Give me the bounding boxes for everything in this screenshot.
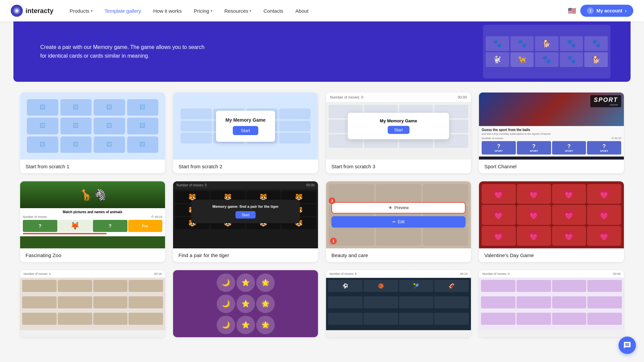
beauty-edit-btn[interactable]: ✏ Edit (331, 216, 466, 228)
valentine-card: 💗 (482, 205, 516, 225)
svg-point-2 (16, 10, 18, 12)
account-arrow: › (625, 8, 627, 13)
template-grid-row2: 🦒🦓 Match pictures and names of animals N… (20, 181, 624, 262)
bp3-card (364, 313, 398, 325)
bp1-moves: Number of moves: 4 (23, 272, 51, 276)
template-card-scratch3[interactable]: Number of moves: 0 00:00 (326, 93, 471, 173)
template-card-valentine[interactable]: 💗 💗 💗 💗 💗 💗 💗 💗 💗 💗 💗 💗 Vale (479, 181, 624, 262)
valentine-card: 💗 (552, 226, 586, 246)
bp1-card (128, 313, 163, 325)
bp-circle: 🌙 (217, 295, 235, 313)
tiger-moves: Number of moves: 0 (176, 183, 207, 187)
nav-about[interactable]: About (290, 5, 314, 16)
bp1-card (58, 280, 92, 292)
card-preview-bottom3: Number of moves: 6 00:15 ⚽ 🏀 🎾 🏈 (326, 270, 471, 337)
dog-card: 🐕 (535, 36, 558, 51)
template-card-bottom4[interactable]: Number of moves: 0 00:00 (479, 270, 624, 337)
bp-header1: Number of moves: 4 00:18 (20, 270, 165, 278)
bp3-card: 🎾 (399, 280, 434, 292)
template-card-bottom1[interactable]: Number of moves: 4 00:18 (20, 270, 165, 337)
bp3-card (399, 296, 434, 308)
template-section: 🖼 🖼 🖼 🖼 🖼 🖼 🖼 🖼 🖼 🖼 🖼 🖼 Star (0, 82, 644, 348)
card-preview-bottom2: 🌙 ⭐ 🌟 🌙 ⭐ 🌟 🌙 ⭐ 🌟 (173, 270, 318, 337)
bp3-card (399, 313, 434, 325)
logo[interactable]: interacty (11, 5, 53, 17)
card-preview-valentine: 💗 💗 💗 💗 💗 💗 💗 💗 💗 💗 💗 💗 (479, 181, 624, 248)
ph-card: 🖼 (27, 118, 58, 134)
scratch3-modal: My Memory Game Start (348, 113, 449, 139)
card-title-scratch1: Start from scratch 1 (20, 160, 165, 173)
template-card-beauty[interactable]: 👁 Preview ✏ Edit 2 1 Beauty and care (326, 181, 471, 262)
template-card-bottom2[interactable]: 🌙 ⭐ 🌟 🌙 ⭐ 🌟 🌙 ⭐ 🌟 (173, 270, 318, 337)
template-card-scratch1[interactable]: 🖼 🖼 🖼 🖼 🖼 🖼 🖼 🖼 🖼 🖼 🖼 🖼 Star (20, 93, 165, 173)
ph-card (279, 121, 311, 131)
bp4-card (481, 280, 516, 292)
nav-how-it-works[interactable]: How it works (148, 5, 187, 16)
valentine-card: 💗 (482, 184, 516, 204)
card-preview-zoo: 🦒🦓 Match pictures and names of animals N… (20, 181, 165, 248)
pricing-arrow: ▾ (211, 9, 212, 13)
bp1-card (93, 280, 128, 292)
template-card-tiger[interactable]: Number of moves: 0 00:00 🐯 🐯 🐯 🐯 🐯 🐯 🐯 🐯 (173, 181, 318, 262)
tiger-modal: Memory game: find a pair for the tiger S… (191, 200, 300, 223)
bp-header3: Number of moves: 6 00:15 (326, 270, 471, 278)
ph-card (279, 109, 311, 119)
template-card-scratch2[interactable]: My Memory Game Start Start from scratch … (173, 93, 318, 173)
bp3-moves: Number of moves: 6 (329, 272, 357, 276)
bp1-card (22, 313, 57, 325)
bp4-card (587, 280, 622, 292)
nav-products[interactable]: Products ▾ (64, 5, 98, 16)
sport-top-image: SPORT channel (479, 93, 624, 126)
zoo-card-fox-label: Fox (128, 220, 163, 232)
card-preview-scratch3: Number of moves: 0 00:00 (326, 93, 471, 160)
my-account-button[interactable]: i My account › (580, 5, 633, 17)
zoo-match-text: Match pictures and names of animals (23, 210, 162, 214)
ph-card: 🖼 (127, 136, 159, 153)
card-title-scratch2: Start from scratch 2 (173, 160, 318, 173)
ph-card: 🖼 (60, 136, 92, 153)
template-card-sport[interactable]: SPORT channel Guess the sport from the b… (479, 93, 624, 173)
dog-card: 🐾 (511, 36, 534, 51)
valentine-card: 💗 (482, 226, 516, 246)
header: interacty Products ▾ Template gallery Ho… (0, 0, 644, 21)
card-preview-bottom1: Number of moves: 4 00:18 (20, 270, 165, 337)
ph-card: 🖼 (27, 99, 58, 116)
template-card-zoo[interactable]: 🦒🦓 Match pictures and names of animals N… (20, 181, 165, 262)
bp-circles-row2: 🌙 ⭐ 🌟 (217, 295, 275, 313)
nav-pricing[interactable]: Pricing ▾ (189, 5, 218, 16)
sport-guess-text: Guess the sport from the balls (482, 128, 621, 132)
bp4-card (481, 296, 516, 308)
ph-card: 🖼 (27, 136, 58, 153)
template-card-bottom3[interactable]: Number of moves: 6 00:15 ⚽ 🏀 🎾 🏈 (326, 270, 471, 337)
nav-contacts[interactable]: Contacts (258, 5, 288, 16)
scratch3-start-btn[interactable]: Start (387, 126, 409, 134)
logo-text: interacty (25, 7, 53, 15)
bp-circle: ⭐ (236, 274, 255, 292)
card-preview-beauty: 👁 Preview ✏ Edit 2 1 (326, 181, 471, 248)
scratch2-start-btn[interactable]: Start (233, 126, 258, 135)
bp-circle: ⭐ (236, 316, 255, 334)
card-title-beauty: Beauty and care (326, 248, 471, 262)
ph-card: 🖼 (60, 99, 92, 116)
valentine-card: 💗 (517, 205, 551, 225)
bp1-time: 00:18 (154, 272, 162, 276)
tiger-modal-title: Memory game: find a pair for the tiger (197, 204, 294, 208)
bp4-card (481, 313, 516, 325)
scratch3-modal-title: My Memory Game (355, 118, 442, 123)
zoo-progress-bar (23, 233, 107, 234)
valentine-card: 💗 (587, 184, 621, 204)
nav-template-gallery[interactable]: Template gallery (99, 5, 147, 16)
bp4-time: 00:00 (613, 272, 621, 276)
zoo-card-q2: ? (93, 220, 127, 232)
valentine-card: 💗 (517, 184, 551, 204)
beauty-preview-btn[interactable]: 👁 Preview (331, 202, 466, 214)
bp3-card: 🏈 (434, 280, 469, 292)
nav-resources[interactable]: Resources ▾ (219, 5, 257, 16)
tiger-start-btn[interactable]: Start (235, 211, 255, 219)
bp3-card: ⚽ (328, 280, 363, 292)
ph-card: 🖼 (127, 99, 159, 116)
bp-circle: ⭐ (236, 295, 255, 313)
language-flag[interactable]: 🇺🇸 (568, 7, 576, 15)
ph-card: 🖼 (94, 99, 125, 116)
bp-circle: 🌙 (217, 274, 235, 292)
